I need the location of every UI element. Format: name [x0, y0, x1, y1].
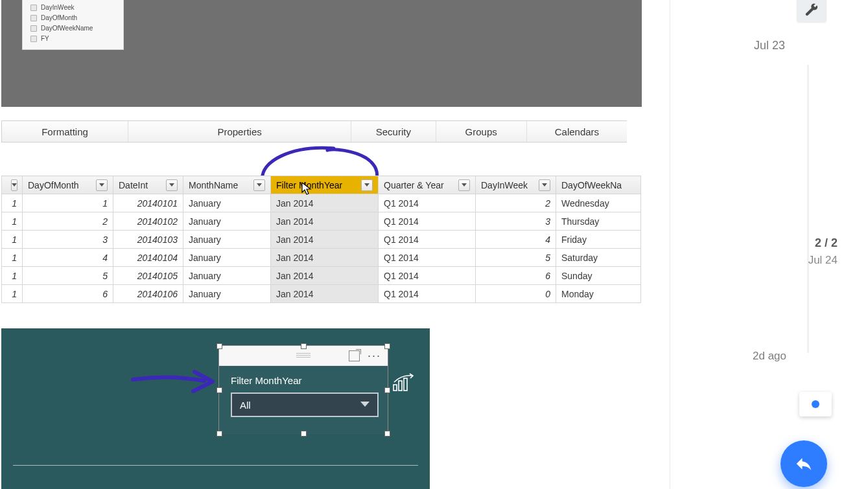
- tab-formatting[interactable]: Formatting: [1, 121, 128, 142]
- analytics-icon[interactable]: [393, 373, 414, 391]
- drag-grip-icon[interactable]: [296, 353, 311, 358]
- table-row[interactable]: 1220140102JanuaryJan 2014Q1 20143Thursda…: [2, 212, 641, 231]
- cell-filtermonthyear: Jan 2014: [271, 194, 379, 212]
- timeline-marker[interactable]: [799, 392, 832, 416]
- checkbox-icon: [30, 15, 37, 21]
- edit-post-button[interactable]: [797, 0, 827, 22]
- slicer-visual[interactable]: ··· Filter MonthYear All: [218, 345, 388, 435]
- field-item[interactable]: FY: [30, 34, 118, 43]
- col-header-monthname[interactable]: MonthName: [183, 176, 271, 194]
- filter-dropdown-icon[interactable]: [11, 179, 18, 191]
- filter-dropdown-icon[interactable]: [361, 179, 373, 191]
- col-label: Quarter & Year: [384, 180, 444, 190]
- fields-list-card: DayInWeek DayOfMonth DayOfWeekName FY: [22, 0, 124, 50]
- field-label: DayOfMonth: [41, 13, 77, 23]
- cell-monthname: January: [183, 231, 271, 249]
- cell-dateint: 20140106: [113, 285, 183, 303]
- tab-calendars[interactable]: Calendars: [527, 121, 627, 142]
- more-options-icon[interactable]: ···: [368, 352, 381, 359]
- filter-dropdown-icon[interactable]: [96, 179, 108, 191]
- col-header-quarteryear[interactable]: Quarter & Year: [379, 176, 476, 194]
- tab-label: Properties: [217, 126, 261, 137]
- col-header-dayofweekname[interactable]: DayOfWeekNa: [556, 176, 641, 194]
- cell-dayinweek: 0: [476, 285, 556, 303]
- timeline-end-date[interactable]: 2d ago: [670, 350, 868, 363]
- cell-dayinweek: 3: [476, 212, 556, 231]
- field-item[interactable]: DayOfMonth: [30, 13, 118, 23]
- cell-filtermonthyear: Jan 2014: [271, 249, 379, 267]
- table-row[interactable]: 1420140104JanuaryJan 2014Q1 20145Saturda…: [2, 249, 641, 267]
- cell-dayofweekname: Wednesday: [556, 194, 641, 212]
- col-header-filtermonthyear[interactable]: Filter MonthYear: [271, 176, 379, 194]
- reply-button[interactable]: [780, 440, 827, 487]
- cell-dayofweekname: Saturday: [556, 249, 641, 267]
- field-item[interactable]: DayInWeek: [30, 3, 118, 12]
- cell-monthname: January: [183, 212, 271, 231]
- cell-filtermonthyear: Jan 2014: [271, 267, 379, 285]
- cell-dayinweek: 4: [476, 231, 556, 249]
- cell-monthname: January: [183, 285, 271, 303]
- resize-handle[interactable]: [217, 431, 222, 437]
- pager-date: Jul 24: [670, 254, 838, 267]
- cell-dateint: 20140101: [113, 194, 183, 212]
- focus-mode-icon[interactable]: [349, 350, 360, 361]
- row-number-cell: 1: [2, 249, 23, 267]
- timeline-sidebar: Jul 23 2 / 2 Jul 24 2d ago: [670, 0, 868, 489]
- row-number-cell: 1: [2, 285, 23, 303]
- resize-handle[interactable]: [217, 343, 222, 349]
- table-row[interactable]: 1520140105JanuaryJan 2014Q1 20146Sunday: [2, 267, 641, 285]
- cell-dateint: 20140105: [113, 267, 183, 285]
- cell-quarteryear: Q1 2014: [379, 194, 476, 212]
- resize-handle[interactable]: [301, 431, 307, 437]
- table-row[interactable]: 1620140106JanuaryJan 2014Q1 20140Monday: [2, 285, 641, 303]
- col-label: DayOfMonth: [28, 180, 79, 190]
- resize-handle[interactable]: [384, 387, 390, 393]
- col-header-dateint[interactable]: DateInt: [113, 176, 183, 194]
- cell-dayinweek: 5: [476, 249, 556, 267]
- table-row[interactable]: 1120140101JanuaryJan 2014Q1 20142Wednesd…: [2, 194, 641, 212]
- ribbon-tabs: Formatting Properties Security Groups Ca…: [1, 120, 627, 142]
- reply-icon: [794, 454, 814, 473]
- svg-rect-1: [399, 381, 402, 391]
- resize-handle[interactable]: [301, 343, 307, 349]
- col-header-dayinweek[interactable]: DayInWeek: [476, 176, 556, 194]
- table-header-row: DayOfMonth DateInt MonthName Filter Mont…: [2, 176, 641, 194]
- cell-dateint: 20140102: [113, 212, 183, 231]
- timeline-pager[interactable]: 2 / 2 Jul 24: [670, 236, 868, 267]
- cell-dayofmonth: 6: [23, 285, 113, 303]
- filter-dropdown-icon[interactable]: [166, 179, 178, 191]
- wrench-icon: [804, 3, 819, 17]
- svg-rect-2: [404, 378, 407, 391]
- slicer-title: Filter MonthYear: [231, 375, 379, 386]
- row-number-cell: 1: [2, 212, 23, 231]
- slicer-dropdown[interactable]: All: [231, 392, 379, 417]
- tab-security[interactable]: Security: [351, 121, 436, 142]
- cell-dayofweekname: Thursday: [556, 212, 641, 231]
- col-label: MonthName: [189, 180, 238, 190]
- col-header-dayofmonth[interactable]: DayOfMonth: [23, 176, 113, 194]
- timeline-track[interactable]: [807, 65, 809, 353]
- data-table: DayOfMonth DateInt MonthName Filter Mont…: [1, 176, 641, 303]
- filter-dropdown-icon[interactable]: [539, 179, 550, 191]
- cell-dayofweekname: Monday: [556, 285, 641, 303]
- field-item[interactable]: DayOfWeekName: [30, 23, 118, 33]
- tab-groups[interactable]: Groups: [436, 121, 527, 142]
- divider: [13, 465, 418, 466]
- cell-quarteryear: Q1 2014: [379, 285, 476, 303]
- col-label: Filter MonthYear: [276, 180, 342, 190]
- tab-properties[interactable]: Properties: [128, 121, 351, 142]
- resize-handle[interactable]: [217, 387, 222, 393]
- cell-dayofmonth: 4: [23, 249, 113, 267]
- timeline-start-date[interactable]: Jul 23: [670, 39, 868, 52]
- checkbox-icon: [30, 25, 37, 32]
- resize-handle[interactable]: [384, 343, 390, 349]
- resize-handle[interactable]: [384, 431, 390, 437]
- cell-dayinweek: 2: [476, 194, 556, 212]
- col-label: DayInWeek: [481, 180, 528, 190]
- filter-dropdown-icon[interactable]: [253, 179, 265, 191]
- row-number-header[interactable]: [2, 176, 23, 194]
- filter-dropdown-icon[interactable]: [458, 179, 470, 191]
- unread-dot-icon: [812, 400, 819, 408]
- cell-quarteryear: Q1 2014: [379, 249, 476, 267]
- table-row[interactable]: 1320140103JanuaryJan 2014Q1 20144Friday: [2, 231, 641, 249]
